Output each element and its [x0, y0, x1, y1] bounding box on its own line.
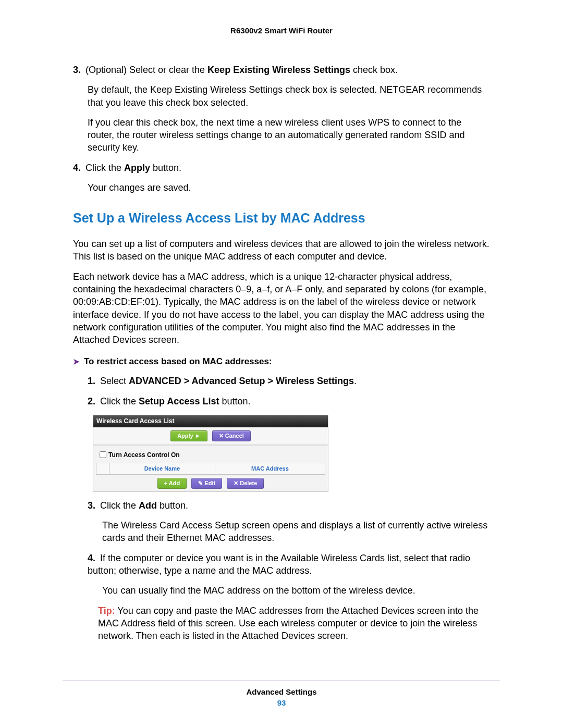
- table-select-column: [96, 463, 109, 475]
- edit-button[interactable]: ✎ Edit: [191, 478, 222, 489]
- document-header: R6300v2 Smart WiFi Router: [73, 26, 490, 35]
- column-mac-address: MAC Address: [215, 463, 325, 475]
- substep-4-note: You can usually find the MAC address on …: [102, 584, 490, 597]
- embedded-ui-screenshot: Wireless Card Access List Apply ► ✕ Canc…: [93, 415, 328, 492]
- substep-3-note: The Wireless Card Access Setup screen op…: [102, 519, 490, 545]
- step-number: 3.: [73, 64, 85, 76]
- page-footer: Advanced Settings 93: [0, 681, 563, 707]
- step-4: 4.Click the Apply button.: [73, 162, 490, 174]
- main-content: 3.(Optional) Select or clear the Keep Ex…: [73, 64, 490, 642]
- step-3: 3.(Optional) Select or clear the Keep Ex…: [73, 64, 490, 76]
- substep-3: 3.Click the Add button.: [88, 499, 490, 512]
- panel-actionbar: + Add ✎ Edit ✕ Delete: [93, 477, 328, 491]
- access-control-checkbox[interactable]: [100, 451, 106, 458]
- footer-divider: [63, 681, 500, 681]
- step-number: 4.: [88, 552, 100, 564]
- cancel-button[interactable]: ✕ Cancel: [212, 430, 251, 441]
- tip-text: You can copy and paste the MAC addresses…: [98, 606, 479, 641]
- step-3-note-2: If you clear this check box, the next ti…: [88, 116, 490, 154]
- step-4-note: Your changes are saved.: [88, 181, 490, 194]
- access-list-table: Device Name MAC Address: [96, 463, 325, 475]
- section-paragraph-1: You can set up a list of computers and w…: [73, 238, 490, 263]
- section-heading: Set Up a Wireless Access List by MAC Add…: [73, 209, 490, 227]
- step-number: 1.: [88, 375, 100, 387]
- apply-button[interactable]: Apply ►: [170, 430, 207, 441]
- arrow-icon: ➤: [73, 357, 80, 366]
- substep-2: 2.Click the Setup Access List button.: [88, 395, 490, 408]
- tip-label: Tip:: [98, 606, 115, 616]
- delete-button[interactable]: ✕ Delete: [227, 478, 264, 489]
- step-number: 4.: [73, 162, 85, 174]
- procedure-heading: ➤To restrict access based on MAC address…: [73, 356, 490, 368]
- tip-block: Tip: You can copy and paste the MAC addr…: [98, 604, 490, 643]
- footer-page-number: 93: [0, 698, 563, 707]
- add-button[interactable]: + Add: [157, 478, 187, 489]
- panel-toolbar: Apply ► ✕ Cancel: [93, 427, 328, 445]
- panel-title: Wireless Card Access List: [93, 415, 328, 427]
- access-control-row: Turn Access Control On: [93, 445, 328, 463]
- step-number: 3.: [88, 499, 100, 512]
- access-control-label: Turn Access Control On: [108, 451, 180, 459]
- column-device-name: Device Name: [109, 463, 215, 475]
- footer-section: Advanced Settings: [0, 687, 563, 696]
- substep-1: 1.Select ADVANCED > Advanced Setup > Wir…: [88, 375, 490, 387]
- step-3-note-1: By default, the Keep Existing Wireless S…: [88, 83, 490, 109]
- substep-4: 4.If the computer or device you want is …: [88, 552, 490, 577]
- section-paragraph-2: Each network device has a MAC address, w…: [73, 270, 490, 347]
- step-number: 2.: [88, 395, 100, 408]
